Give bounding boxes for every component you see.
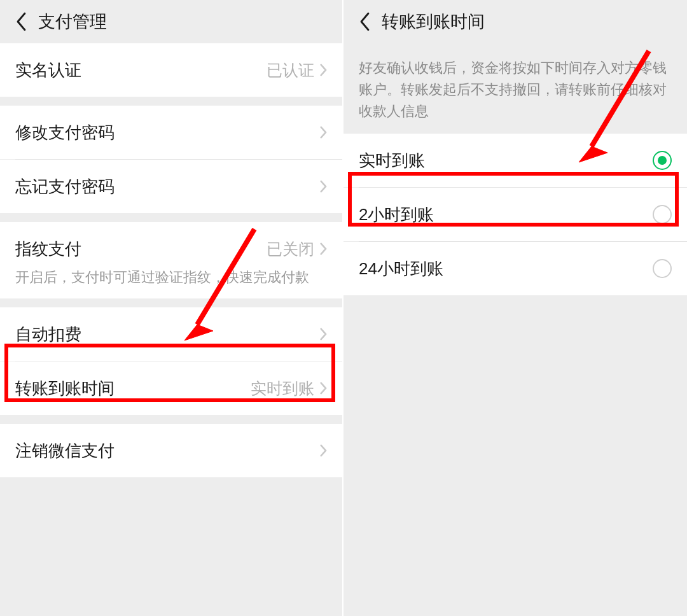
row-change-password[interactable]: 修改支付密码: [0, 106, 342, 159]
radio-selected-icon: [653, 151, 672, 170]
chevron-right-icon: [319, 63, 327, 77]
row-label: 修改支付密码: [15, 122, 319, 144]
section-gap: [0, 97, 342, 106]
row-value: 已关闭: [267, 239, 314, 260]
section-gap: [0, 298, 342, 307]
row-value: 实时到账: [251, 378, 314, 399]
chevron-right-icon: [319, 179, 327, 193]
option-2-hours[interactable]: 2小时到账: [344, 188, 687, 241]
option-label: 2小时到账: [359, 204, 653, 226]
option-label: 24小时到账: [359, 258, 653, 280]
page-title: 转账到账时间: [382, 10, 485, 33]
back-button[interactable]: [352, 9, 378, 34]
payment-management-screen: 支付管理 实名认证 已认证 修改支付密码 忘记支付密码 指纹支付 已关闭 开启后…: [0, 0, 344, 616]
row-label: 忘记支付密码: [15, 176, 319, 198]
row-forgot-password[interactable]: 忘记支付密码: [0, 160, 342, 213]
transfer-time-screen: 转账到账时间 好友确认收钱后，资金将按如下时间存入对方零钱账户。转账发起后不支持…: [344, 0, 687, 616]
chevron-right-icon: [319, 125, 327, 139]
description-text: 好友确认收钱后，资金将按如下时间存入对方零钱账户。转账发起后不支持撤回，请转账前…: [344, 43, 687, 134]
option-24-hours[interactable]: 24小时到账: [344, 242, 687, 295]
chevron-right-icon: [319, 327, 327, 341]
row-fingerprint-pay[interactable]: 指纹支付 已关闭 开启后，支付时可通过验证指纹，快速完成付款: [0, 222, 342, 298]
row-transfer-time[interactable]: 转账到账时间 实时到账: [0, 361, 342, 415]
chevron-left-icon: [16, 12, 27, 31]
row-deregister-pay[interactable]: 注销微信支付: [0, 424, 342, 477]
header: 支付管理: [0, 0, 342, 43]
radio-unselected-icon: [653, 259, 672, 278]
header: 转账到账时间: [344, 0, 687, 43]
row-label: 指纹支付: [15, 238, 267, 260]
option-instant[interactable]: 实时到账: [344, 134, 687, 187]
radio-unselected-icon: [653, 205, 672, 224]
row-hint: 开启后，支付时可通过验证指纹，快速完成付款: [15, 268, 327, 287]
row-label: 自动扣费: [15, 323, 319, 346]
row-label: 转账到账时间: [15, 377, 251, 400]
row-auto-deduct[interactable]: 自动扣费: [0, 307, 342, 361]
section-gap: [0, 213, 342, 222]
chevron-right-icon: [319, 242, 327, 256]
option-label: 实时到账: [359, 150, 653, 172]
row-real-name-auth[interactable]: 实名认证 已认证: [0, 43, 342, 97]
back-button[interactable]: [9, 9, 34, 34]
row-value: 已认证: [267, 60, 314, 81]
chevron-right-icon: [319, 381, 327, 395]
section-gap: [0, 415, 342, 424]
row-label: 注销微信支付: [15, 440, 319, 462]
chevron-left-icon: [359, 12, 371, 31]
chevron-right-icon: [319, 444, 327, 458]
page-title: 支付管理: [38, 10, 107, 33]
row-label: 实名认证: [15, 59, 267, 81]
